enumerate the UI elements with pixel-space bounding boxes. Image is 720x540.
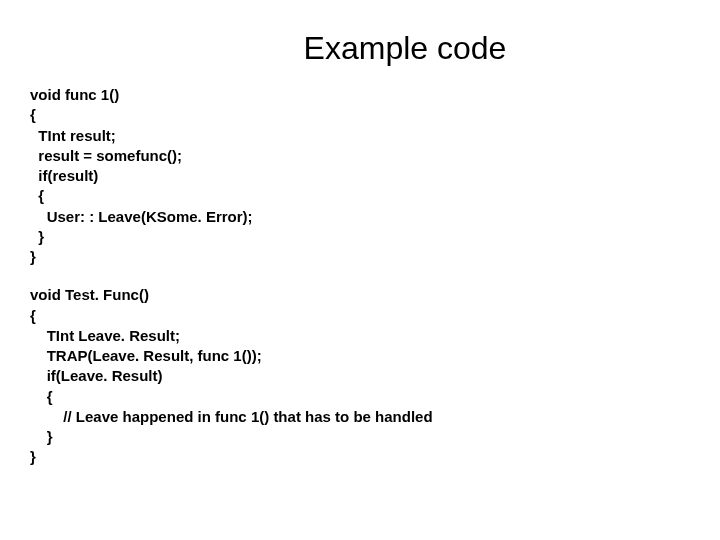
slide: Example code void func 1() { TInt result… (0, 0, 720, 540)
code-block-2: void Test. Func() { TInt Leave. Result; … (30, 285, 690, 467)
code-block-1: void func 1() { TInt result; result = so… (30, 85, 690, 267)
slide-title: Example code (30, 30, 690, 67)
